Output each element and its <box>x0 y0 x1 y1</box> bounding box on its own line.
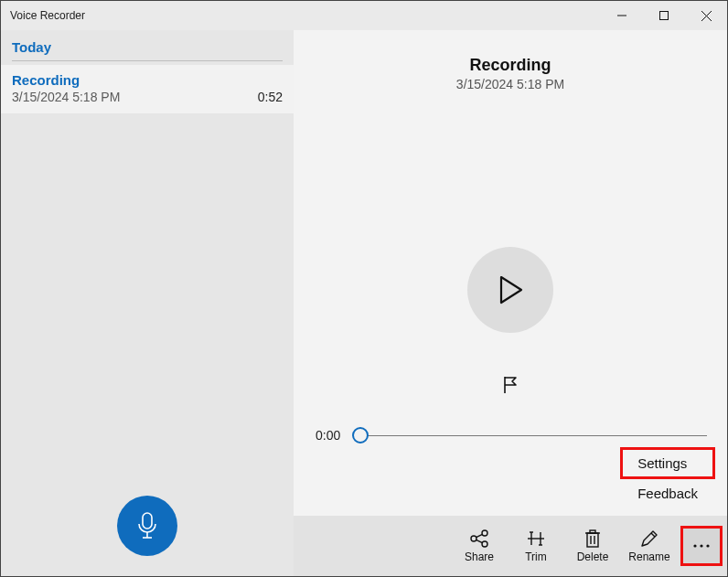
svg-point-26 <box>700 544 702 547</box>
maximize-icon <box>659 11 669 20</box>
share-icon <box>469 529 489 549</box>
svg-point-10 <box>482 530 487 536</box>
svg-rect-23 <box>590 530 595 533</box>
svg-point-25 <box>693 544 696 547</box>
recording-list-item[interactable]: Recording 3/15/2024 5:18 PM 0:52 <box>1 65 294 113</box>
rename-button[interactable]: Rename <box>623 519 676 572</box>
more-menu: Settings Feedback <box>621 448 714 508</box>
toolbar: Share Trim <box>294 516 727 576</box>
seek-track[interactable] <box>349 426 707 444</box>
svg-point-11 <box>482 541 487 547</box>
share-button[interactable]: Share <box>453 519 506 572</box>
maximize-button[interactable] <box>643 1 685 30</box>
microphone-icon <box>135 512 159 540</box>
menu-item-feedback[interactable]: Feedback <box>621 478 714 508</box>
svg-rect-4 <box>143 513 152 529</box>
titlebar: Voice Recorder <box>1 1 727 30</box>
section-header-today: Today <box>1 30 294 60</box>
minimize-button[interactable] <box>601 1 643 30</box>
svg-point-27 <box>706 544 709 547</box>
seek-bar: 0:00 <box>294 426 727 444</box>
flag-button[interactable] <box>501 375 519 395</box>
delete-button[interactable]: Delete <box>566 519 619 572</box>
play-button[interactable] <box>467 247 553 333</box>
svg-line-12 <box>476 534 483 537</box>
more-button[interactable] <box>681 527 722 565</box>
seek-thumb[interactable] <box>352 427 369 443</box>
close-icon <box>701 11 712 21</box>
recording-duration: 0:52 <box>258 90 283 104</box>
recording-title: Recording <box>12 72 283 88</box>
trash-icon <box>583 529 602 549</box>
app-window: Voice Recorder Today Recording 3/15/2024… <box>0 0 728 577</box>
svg-line-13 <box>476 540 483 542</box>
divider <box>12 60 283 61</box>
detail-header: Recording 3/15/2024 5:18 PM <box>294 30 727 91</box>
record-button[interactable] <box>117 496 177 556</box>
close-button[interactable] <box>685 1 727 30</box>
app-body: Today Recording 3/15/2024 5:18 PM 0:52 <box>1 30 727 576</box>
svg-line-24 <box>651 533 655 537</box>
detail-date: 3/15/2024 5:18 PM <box>294 77 727 91</box>
app-title: Voice Recorder <box>1 9 85 22</box>
svg-rect-1 <box>660 12 669 20</box>
seek-current-time: 0:00 <box>316 428 340 443</box>
detail-pane: Recording 3/15/2024 5:18 PM 0:00 <box>294 30 727 576</box>
delete-label: Delete <box>577 550 609 563</box>
sidebar: Today Recording 3/15/2024 5:18 PM 0:52 <box>1 30 294 576</box>
detail-title: Recording <box>294 56 727 75</box>
svg-marker-7 <box>501 277 521 303</box>
share-label: Share <box>465 550 494 563</box>
play-icon <box>498 275 523 305</box>
minimize-icon <box>617 11 626 20</box>
rename-label: Rename <box>628 550 669 563</box>
svg-rect-20 <box>587 533 598 547</box>
menu-item-settings[interactable]: Settings <box>621 448 714 478</box>
recording-date: 3/15/2024 5:18 PM <box>12 90 120 104</box>
trim-label: Trim <box>525 550 547 563</box>
trim-button[interactable]: Trim <box>509 519 562 572</box>
svg-point-9 <box>471 536 476 541</box>
flag-icon <box>502 376 519 394</box>
pencil-icon <box>639 529 659 549</box>
more-icon <box>693 544 710 548</box>
trim-icon <box>526 529 546 549</box>
